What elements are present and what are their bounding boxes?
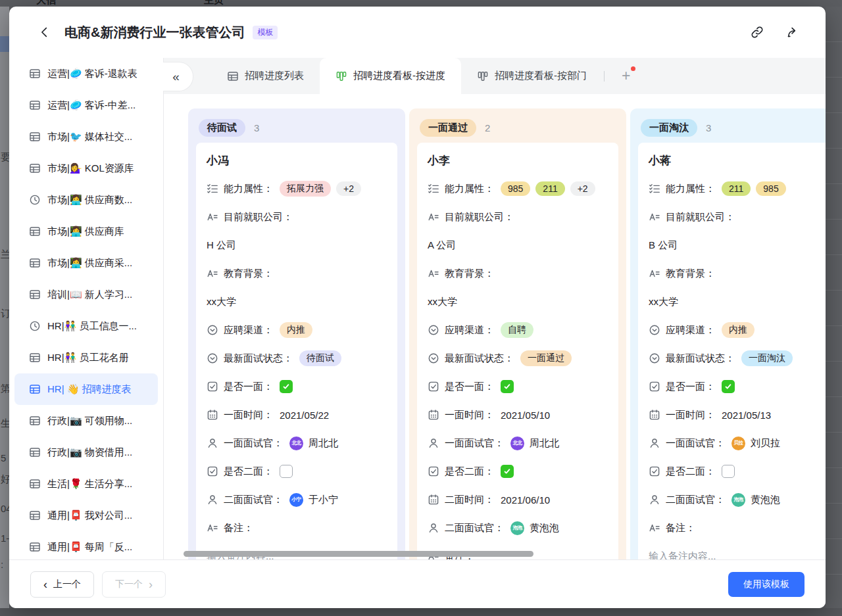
sidebar-item[interactable]: 培训|📖 新人学习...	[14, 279, 158, 310]
sidebar-item[interactable]: HR|👫 员工信息一...	[14, 310, 158, 342]
checkbox-unchecked[interactable]	[722, 465, 735, 478]
checkbox-unchecked[interactable]	[280, 465, 293, 478]
field-label: 是否二面：	[445, 465, 494, 478]
sidebar-item[interactable]: 市场|👩‍💻 供应商库	[14, 216, 158, 247]
field-row: 最新面试状态：待面试	[207, 350, 387, 367]
field-value-line: xx大学	[649, 293, 826, 310]
field-row: 二面面试官：泡泡黄泡泡	[649, 491, 826, 508]
select-icon	[207, 324, 218, 336]
sidebar-item[interactable]: 通用|📮 每周「反...	[14, 531, 158, 559]
view-tab[interactable]: 招聘进度看板-按进度	[320, 58, 461, 94]
kanban-card[interactable]: 小蒋能力属性：211985目前就职公司：B 公司教育背景：xx大学应聘渠道：内推…	[638, 143, 826, 559]
prev-template-button[interactable]: ‹ 上一个	[30, 571, 94, 598]
field-value-line: 输入备注内容...	[649, 548, 826, 559]
view-tab[interactable]: 招聘进度列表	[211, 58, 320, 94]
sidebar-item[interactable]: 运营|🥏 客诉-中差...	[14, 89, 158, 121]
sidebar-item[interactable]: 市场|💁‍♀️ KOL资源库	[14, 153, 158, 184]
field-row: 一面时间：2021/05/13	[649, 406, 826, 423]
backdrop-text-fragment: 第	[1, 383, 9, 395]
field-label: 教育背景：	[224, 268, 273, 280]
field-row: 是否一面：	[649, 378, 826, 395]
sidebar-item[interactable]: 市场|👩‍💻 供应商采...	[14, 247, 158, 279]
sidebar-item-label: 市场|👩‍💻 供应商数...	[47, 194, 132, 206]
plus-icon: +	[622, 67, 630, 84]
option-pill: 一面淘汰	[741, 350, 793, 366]
option-pill: 内推	[280, 322, 312, 338]
table-icon	[29, 478, 41, 490]
add-view-button[interactable]: +	[618, 68, 634, 83]
field-value-line: xx大学	[207, 293, 387, 310]
sidebar-item-label: 行政|📷 可领用物...	[47, 415, 132, 427]
avatar: 泡泡	[731, 493, 745, 507]
text-icon	[207, 211, 218, 223]
table-icon	[29, 289, 41, 300]
field-label: 教育背景：	[666, 268, 715, 280]
field-label: 备注：	[224, 522, 253, 534]
backdrop-text-fragment: 生	[1, 417, 9, 430]
checkbox-checked[interactable]	[280, 380, 293, 393]
backdrop-bottom-strip	[0, 608, 842, 616]
sidebar-item[interactable]: 生活|🌹 生活分享...	[14, 468, 158, 500]
field-row: 是否二面：	[428, 463, 608, 480]
sidebar-item-label: 市场|👩‍💻 供应商采...	[47, 257, 132, 270]
select-icon	[649, 324, 660, 336]
kanban-card[interactable]: 小李能力属性：985211+2目前就职公司：A 公司教育背景：xx大学应聘渠道：…	[417, 143, 618, 559]
back-button[interactable]	[36, 23, 54, 41]
text-icon	[207, 522, 218, 534]
field-label: 一面面试官：	[445, 437, 504, 450]
next-template-button[interactable]: 下一个 ›	[102, 571, 166, 598]
field-value-line: A 公司	[428, 237, 608, 254]
backdrop-top-strip: 大信主页	[0, 0, 842, 7]
sidebar-item-label: HR| 👋 招聘进度表	[47, 383, 132, 396]
sidebar-item[interactable]: 运营|🥏 客诉-退款表	[14, 58, 158, 89]
next-label: 下一个	[115, 579, 143, 590]
sidebar-item[interactable]: 通用|📮 我对公司...	[14, 500, 158, 531]
view-tabbar: « 招聘进度列表招聘进度看板-按进度招聘进度看板-按部门 +	[164, 58, 826, 94]
sidebar-item[interactable]: 市场|👩‍💻 供应商数...	[14, 184, 158, 216]
backdrop-text-fragment: 5	[1, 452, 6, 463]
checkbox-checked[interactable]	[501, 465, 514, 478]
collapse-sidebar-button[interactable]: «	[163, 62, 193, 91]
sidebar-item[interactable]: HR|👫 员工花名册	[14, 342, 158, 373]
field-label: 能力属性：	[445, 183, 494, 195]
template-preview-modal: 电商&新消费行业一张表管公司 模板 运营|🥏 客诉-退款表运营|🥏 客诉-中差.…	[9, 7, 826, 608]
person-name: 周北北	[309, 437, 338, 450]
table-icon	[29, 352, 41, 364]
table-icon	[29, 541, 41, 553]
person-name: 刘贝拉	[751, 437, 780, 450]
copy-link-button[interactable]	[748, 23, 766, 41]
sidebar-item[interactable]: 市场|🐦 媒体社交...	[14, 121, 158, 153]
backdrop-text-fragment: 04	[1, 503, 9, 514]
kanban-card[interactable]: 小冯能力属性：拓展力强+2目前就职公司：H 公司教育背景：xx大学应聘渠道：内推…	[196, 143, 397, 559]
column-name-pill: 一面淘汰	[641, 119, 697, 137]
horizontal-scrollbar[interactable]	[184, 551, 533, 557]
field-value: 2021/05/10	[501, 410, 550, 421]
kanban-column: 一面淘汰3小蒋能力属性：211985目前就职公司：B 公司教育背景：xx大学应聘…	[630, 108, 826, 559]
modal-header: 电商&新消费行业一张表管公司 模板	[9, 7, 826, 58]
field-label: 一面面试官：	[666, 437, 725, 450]
use-template-button[interactable]: 使用该模板	[728, 572, 805, 597]
field-label: 应聘渠道：	[445, 324, 494, 337]
checkbox-checked[interactable]	[722, 380, 735, 393]
share-button[interactable]	[783, 23, 802, 41]
field-row: 教育背景：	[207, 265, 387, 282]
share-icon	[785, 25, 800, 39]
avatar: 北北	[510, 437, 524, 450]
backdrop-left-strip: 要兰订第生5好041-5:	[0, 7, 9, 608]
chevron-left-icon	[37, 25, 52, 39]
field-label: 是否一面：	[224, 381, 273, 393]
sidebar-item[interactable]: 行政|📷 可领用物...	[14, 405, 158, 437]
field-row: 备注：	[207, 519, 387, 536]
field-label: 是否一面：	[666, 381, 715, 393]
sidebar-item[interactable]: HR| 👋 招聘进度表	[14, 373, 158, 405]
option-pill: +2	[336, 181, 361, 196]
field-row: 教育背景：	[649, 265, 826, 282]
field-row: 应聘渠道：自聘	[428, 321, 608, 339]
sidebar-item[interactable]: 行政|📷 物资借用...	[14, 437, 158, 468]
person-name: 周北北	[530, 437, 559, 450]
view-tab[interactable]: 招聘进度看板-按部门	[461, 58, 603, 94]
field-row: 应聘渠道：内推	[649, 321, 826, 339]
sidebar-item-label: 培训|📖 新人学习...	[47, 289, 132, 301]
notification-dot	[631, 66, 635, 71]
checkbox-checked[interactable]	[501, 380, 514, 393]
